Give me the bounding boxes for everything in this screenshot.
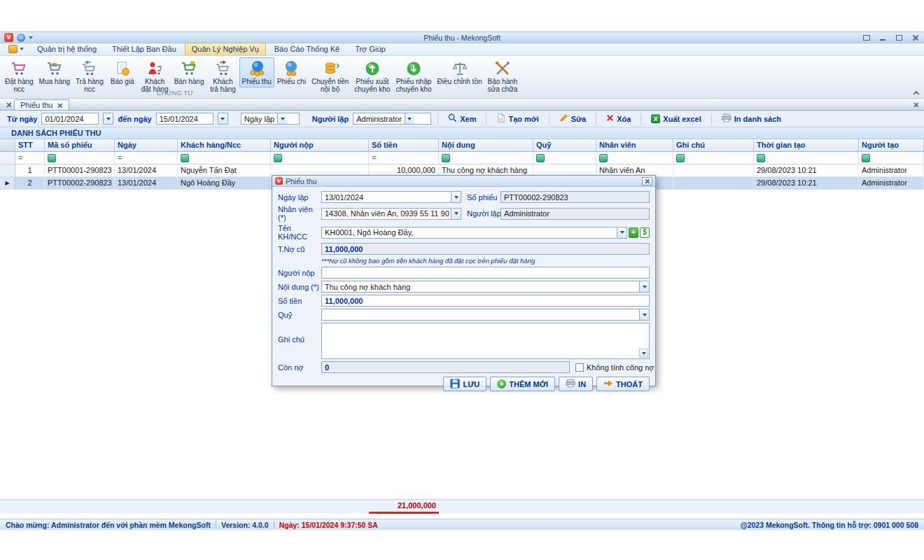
column-header-stt[interactable]: STT [15, 139, 45, 152]
tu-ngay-dropdown[interactable] [103, 113, 113, 125]
column-header-ma-so-phieu[interactable]: Mã số phiếu [45, 139, 115, 152]
dialog-close-icon[interactable] [642, 177, 652, 186]
xem-button[interactable]: Xem [444, 112, 479, 125]
filter-cell-nguoi-nop[interactable] [271, 152, 369, 164]
ngay-lap-input[interactable]: 13/01/2024 [321, 191, 461, 203]
menu-grid-button[interactable] [4, 43, 29, 55]
column-header-noi-dung[interactable]: Nội dung [439, 139, 533, 152]
xoa-button[interactable]: Xóa [603, 113, 634, 125]
in-button[interactable]: IN [559, 377, 593, 391]
ribbon-button-bao-hanh-sua-chua[interactable]: Bảo hànhsửa chữa [485, 57, 521, 94]
ribbon-button-phieu-thu[interactable]: Phiếu thu [239, 57, 274, 88]
chevron-down-icon[interactable] [104, 113, 113, 124]
menu-tab-quan-tri-he-thong[interactable]: Quản trị hệ thống [30, 43, 104, 55]
tab-close-icon[interactable] [57, 102, 62, 107]
excel-icon: X [651, 114, 660, 123]
chevron-down-icon[interactable] [639, 349, 648, 358]
tabstrip-close-icon[interactable] [910, 99, 921, 110]
filter-cell-khach-hang[interactable] [178, 152, 271, 164]
column-header-quy[interactable]: Quỹ [533, 139, 596, 152]
filter-cell-ma-so-phieu[interactable] [45, 152, 115, 164]
menu-tab-tro-giup[interactable]: Trợ Giúp [348, 43, 392, 55]
column-header-nhan-vien[interactable]: Nhân viên [596, 139, 673, 152]
payment-coin-icon [282, 59, 300, 78]
tao-moi-button[interactable]: Tạo mới [493, 112, 542, 125]
maximize-icon[interactable] [894, 34, 904, 42]
sort-field-combo[interactable]: Ngày lập [241, 113, 300, 125]
so-tien-input[interactable]: 11,000,000 [321, 295, 650, 307]
menu-tab-bao-cao-thong-ke[interactable]: Báo Cáo Thống Kê [267, 43, 346, 55]
close-icon[interactable] [910, 34, 920, 42]
nhan-vien-combo[interactable]: 14308, Nhân viên An, 0939 55 11 90 [321, 208, 461, 220]
menu-tab-thiet-lap-ban-dau[interactable]: Thiết Lập Ban Đầu [105, 43, 183, 55]
support-text: @2023 MekongSoft. Thông tin hỗ trợ: 0901… [740, 521, 918, 529]
nguoi-lap-combo[interactable]: Administrator [353, 113, 431, 125]
quy-combo[interactable] [321, 309, 650, 321]
menu-tab-quan-ly-nghiep-vu[interactable]: Quản Lý Nghiệp Vụ [185, 43, 266, 55]
nguoi-nop-input[interactable] [321, 267, 650, 279]
customer-order-icon [146, 59, 163, 78]
chevron-down-icon[interactable] [451, 192, 461, 202]
filter-cell-nhan-vien[interactable] [596, 152, 673, 164]
version-text: Version: 4.0.0 [221, 521, 269, 529]
them-moi-button[interactable]: + THÊM MỚI [490, 377, 555, 391]
column-header-thoi-gian-tao[interactable]: Thời gian tạo [754, 139, 859, 152]
ribbon-group-label: CHỨNG TỪ [0, 89, 350, 97]
smiley-icon[interactable]: ☺ [17, 34, 25, 42]
list-header: DANH SÁCH PHIẾU THU [0, 127, 924, 139]
thoat-button[interactable]: THOÁT [596, 377, 650, 391]
chevron-down-icon[interactable] [617, 227, 626, 238]
xuat-excel-button[interactable]: X Xuất excel [648, 113, 704, 125]
ribbon-button-phieu-xuat-chuyen-kho[interactable]: Phiếu xuấtchuyển kho [351, 57, 393, 94]
khong-tinh-cong-no-checkbox[interactable] [575, 363, 584, 372]
ribbon-button-bao-gia[interactable]: Báo giá [106, 57, 139, 88]
chevron-down-icon[interactable] [405, 113, 414, 124]
column-header-nguoi-nop[interactable]: Người nộp [271, 139, 369, 152]
filter-cell-thoi-gian-tao[interactable] [754, 152, 859, 164]
chevron-down-icon[interactable] [451, 209, 461, 219]
filter-cell-ngay[interactable]: = [115, 152, 178, 164]
filter-contains-icon [181, 154, 189, 162]
row-selector-header [0, 139, 15, 152]
ribbon-button-ban-hang[interactable]: Bán hàng [172, 57, 207, 88]
close-all-tabs-icon[interactable] [3, 99, 14, 110]
ribbon-collapse-chevron-icon[interactable] [914, 90, 918, 96]
noi-dung-combo[interactable]: Thu công nợ khách hàng [321, 281, 650, 293]
den-ngay-dropdown[interactable] [218, 113, 228, 125]
filter-cell-noi-dung[interactable] [439, 152, 533, 164]
add-customer-button[interactable]: + [629, 227, 638, 238]
ten-kh-combo[interactable]: KH0001, Ngô Hoàng Đầy, [321, 227, 627, 239]
ribbon-button-phieu-chi[interactable]: Phiếu chi [274, 57, 309, 88]
chevron-down-icon[interactable] [218, 113, 227, 124]
nguoi-lap-input: Administrator [500, 208, 650, 220]
column-header-khach-hang[interactable]: Khách hàng/Ncc [178, 139, 271, 152]
chevron-down-icon[interactable] [639, 281, 649, 292]
ribbon-button-mua-hang[interactable]: Mua hàng [36, 57, 73, 88]
luu-button[interactable]: LƯU [443, 377, 486, 391]
in-danh-sach-button[interactable]: In danh sách [718, 112, 785, 125]
filter-cell-so-tien[interactable]: = [369, 152, 439, 164]
sua-button[interactable]: Sửa [556, 112, 589, 125]
filter-cell-ghi-chu[interactable] [673, 152, 754, 164]
filter-cell-stt[interactable]: = [15, 152, 45, 164]
column-header-so-tien[interactable]: Số tiền [369, 139, 439, 152]
ghi-chu-textarea[interactable] [321, 323, 650, 359]
chevron-down-icon[interactable] [277, 113, 287, 124]
filter-cell-nguoi-tao[interactable] [859, 152, 924, 164]
den-ngay-input[interactable]: 15/01/2024 [156, 113, 214, 125]
filter-cell-quy[interactable] [533, 152, 596, 164]
quick-access-caret-icon[interactable] [29, 36, 33, 39]
tu-ngay-input[interactable]: 01/01/2024 [41, 113, 99, 125]
chevron-down-icon [20, 48, 24, 50]
column-header-ghi-chu[interactable]: Ghi chú [673, 139, 754, 152]
tab-phieu-thu[interactable]: Phiếu thu [14, 99, 69, 110]
column-header-ngay[interactable]: Ngày [115, 139, 178, 152]
column-header-nguoi-tao[interactable]: Người tạo [859, 139, 924, 152]
ribbon-button-dieu-chinh-ton[interactable]: Điều chỉnh tồn [435, 57, 485, 88]
display-icon[interactable] [862, 34, 872, 42]
minimize-icon[interactable] [878, 34, 888, 42]
ribbon-button-phieu-nhap-chuyen-kho[interactable]: Phiếu nhậpchuyển kho [393, 57, 434, 94]
refresh-debt-button[interactable]: $ [640, 227, 650, 238]
chevron-down-icon[interactable] [639, 309, 649, 320]
dialog-titlebar[interactable]: V Phiếu thu [272, 176, 655, 187]
